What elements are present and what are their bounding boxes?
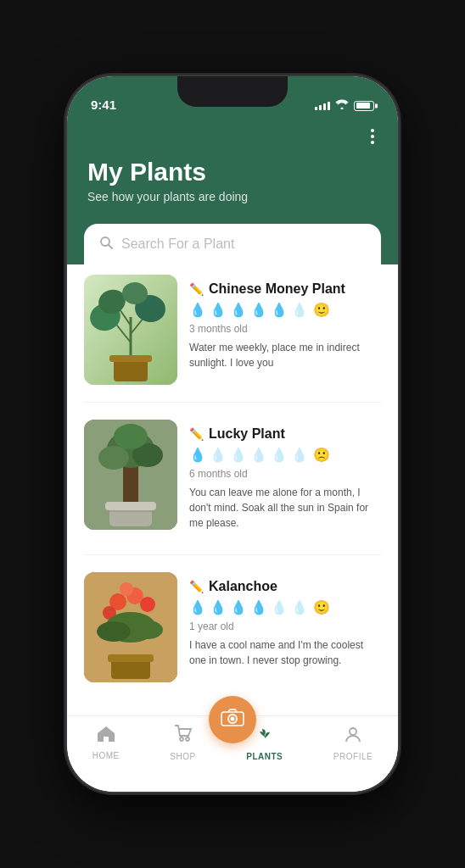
svg-line-1: [109, 245, 112, 248]
plant-card-2: ✏️ Lucky Plant 💧 💧 💧 💧 💧 💧 🙁 6: [84, 420, 381, 537]
header: My Plants See how your plants are doing: [67, 119, 398, 224]
drop-3-3: 💧: [230, 599, 247, 615]
plants-icon: [255, 725, 274, 748]
plant-image-3: [84, 572, 177, 682]
drop-1-2: 💧: [210, 302, 227, 318]
plant-desc-1: Water me weekly, place me in indirect su…: [189, 340, 381, 370]
plant-card: ✏️ Chinese Money Plant 💧 💧 💧 💧 💧 💧 🙂: [84, 275, 381, 385]
drop-1-1: 💧: [189, 302, 206, 318]
water-rating-1: 💧 💧 💧 💧 💧 💧 🙂: [189, 302, 381, 318]
water-rating-2: 💧 💧 💧 💧 💧 💧 🙁: [189, 447, 381, 463]
card-divider-2: [84, 554, 381, 555]
drop-1-4: 💧: [250, 302, 267, 318]
svg-point-30: [132, 620, 163, 639]
drop-2-1: 💧: [189, 447, 206, 463]
drop-2-6: 💧: [291, 447, 308, 463]
drop-3-1: 💧: [189, 599, 206, 615]
svg-point-18: [114, 424, 148, 449]
profile-icon: [344, 725, 362, 748]
plant-image-1: [84, 275, 177, 385]
svg-point-38: [350, 728, 356, 735]
main-content: ✏️ Chinese Money Plant 💧 💧 💧 💧 💧 💧 🙂: [67, 264, 398, 715]
plant-age-1: 3 months old: [189, 323, 381, 335]
svg-point-26: [120, 582, 133, 596]
drop-3-2: 💧: [210, 599, 227, 615]
nav-label-home: HOME: [92, 751, 120, 760]
drop-2-3: 💧: [230, 447, 247, 463]
water-rating-3: 💧 💧 💧 💧 💧 💧 🙂: [189, 599, 381, 615]
plant-card-3: ✏️ Kalanchoe 💧 💧 💧 💧 💧 💧 🙂 1 y: [84, 572, 381, 682]
nav-label-profile: PROFILE: [333, 752, 373, 761]
plant-desc-3: I have a cool name and I'm the coolest o…: [189, 637, 381, 668]
svg-point-25: [140, 597, 155, 612]
plant-name-row-2: ✏️ Lucky Plant: [189, 426, 381, 442]
drop-3-5: 💧: [271, 599, 288, 615]
nav-label-plants: PLANTS: [246, 752, 283, 761]
camera-fab-icon: [221, 707, 244, 732]
drop-2-4: 💧: [250, 447, 267, 463]
page-subtitle: See how your plants are doing: [87, 190, 378, 203]
drop-1-3: 💧: [230, 302, 247, 318]
plant-info-3: ✏️ Kalanchoe 💧 💧 💧 💧 💧 💧 🙂 1 y: [189, 572, 381, 682]
drop-3-6: 💧: [291, 599, 308, 615]
battery-icon: [354, 101, 374, 111]
drop-2-5: 💧: [271, 447, 288, 463]
svg-point-35: [231, 717, 235, 721]
bottom-nav: HOME SHOP: [67, 715, 398, 792]
plant-name-3: Kalanchoe: [209, 579, 277, 594]
nav-item-shop[interactable]: SHOP: [170, 725, 195, 761]
phone-screen: 9:41: [67, 76, 398, 792]
phone-frame: 9:41: [67, 76, 398, 792]
drop-1-6: 💧: [291, 302, 308, 318]
drop-1-5: 💧: [271, 302, 288, 318]
plant-name-row-3: ✏️ Kalanchoe: [189, 579, 381, 594]
nav-label-shop: SHOP: [170, 752, 195, 761]
plant-name-2: Lucky Plant: [209, 426, 285, 442]
svg-rect-14: [123, 462, 138, 509]
plant-image-2: [84, 420, 177, 530]
edit-icon-2[interactable]: ✏️: [189, 427, 204, 441]
card-divider-1: [84, 402, 381, 403]
edit-icon-3[interactable]: ✏️: [189, 580, 204, 593]
camera-fab-button[interactable]: [209, 696, 256, 743]
drop-3-4: 💧: [250, 599, 267, 615]
search-placeholder: Search For a Plant: [121, 236, 234, 252]
notch: [177, 76, 288, 107]
search-icon: [99, 236, 113, 253]
svg-point-36: [180, 737, 183, 741]
svg-point-16: [98, 446, 129, 470]
menu-button[interactable]: [367, 125, 378, 147]
svg-rect-12: [109, 355, 152, 362]
plant-age-2: 6 months old: [189, 468, 381, 480]
plant-info-1: ✏️ Chinese Money Plant 💧 💧 💧 💧 💧 💧 🙂: [189, 275, 381, 385]
edit-icon-1[interactable]: ✏️: [189, 282, 204, 296]
home-icon: [97, 726, 115, 748]
nav-item-home[interactable]: HOME: [92, 726, 120, 760]
svg-rect-32: [108, 654, 154, 662]
mood-icon-1: 🙂: [313, 302, 330, 318]
drop-2-2: 💧: [210, 447, 227, 463]
status-icons: [315, 99, 374, 112]
search-bar[interactable]: Search For a Plant: [84, 224, 381, 264]
status-time: 9:41: [91, 97, 116, 112]
svg-point-37: [186, 737, 189, 741]
plant-info-2: ✏️ Lucky Plant 💧 💧 💧 💧 💧 💧 🙁 6: [189, 420, 381, 537]
signal-icon: [315, 102, 330, 110]
shop-icon: [174, 725, 193, 748]
mood-icon-2: 🙁: [313, 447, 330, 463]
phone-wrapper: 9:41: [0, 0, 465, 868]
wifi-icon: [335, 99, 349, 112]
svg-point-29: [97, 621, 131, 642]
search-container: Search For a Plant: [67, 224, 398, 264]
svg-rect-21: [109, 510, 152, 512]
battery-fill: [356, 103, 370, 108]
svg-rect-20: [105, 502, 156, 510]
mood-icon-3: 🙂: [313, 599, 330, 615]
plant-desc-2: You can leave me alone for a month, I do…: [189, 485, 381, 531]
plant-name-row-1: ✏️ Chinese Money Plant: [189, 281, 381, 297]
plant-name-1: Chinese Money Plant: [209, 281, 345, 297]
nav-item-profile[interactable]: PROFILE: [333, 725, 373, 761]
plant-age-3: 1 year old: [189, 620, 381, 632]
header-menu: [87, 125, 378, 147]
page-title: My Plants: [87, 158, 378, 186]
